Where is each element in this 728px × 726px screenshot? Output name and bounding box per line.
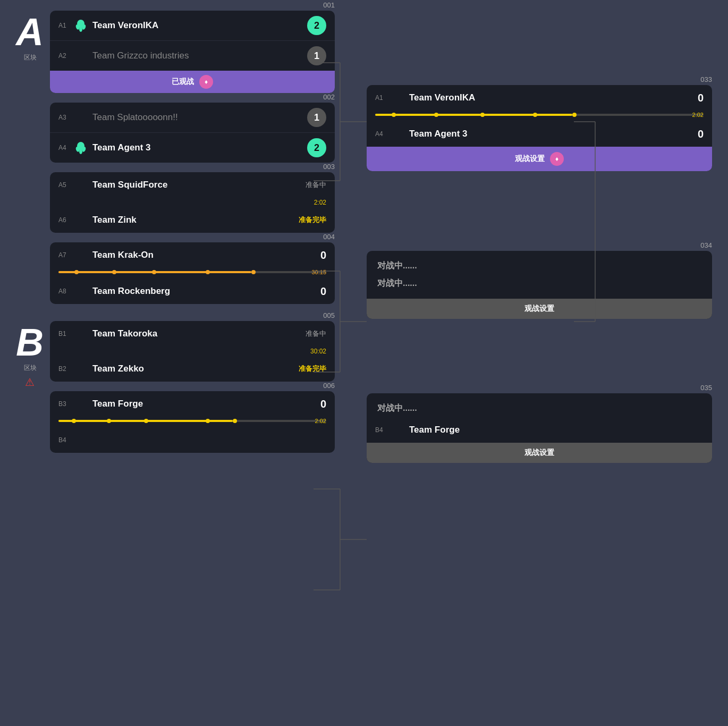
match-004-number: 004 [323, 233, 335, 241]
section-b-sublabel: 区块 [24, 364, 37, 373]
match-033-a1-name: Team VeronIKA [409, 92, 693, 103]
match-001: 001 A1 T [50, 11, 335, 93]
team-a3-id: A3 [58, 114, 73, 121]
team-a8-name: Team Rockenberg [92, 286, 316, 297]
match-034: 034 对战中...... 对战中...... 观战设置 [367, 251, 712, 319]
match-033-a4-score: 0 [693, 128, 704, 140]
team-b2-id: B2 [58, 365, 73, 373]
team-a1-score: 2 [307, 16, 326, 35]
match-033-progress: 2:02 [367, 111, 712, 121]
match-033-watcher-avatar: ♦ [550, 152, 564, 166]
team-row-a6: A6 Team Zink 准备完毕 [50, 207, 335, 233]
match-001-watched-bar[interactable]: 已观战 ♦ [50, 71, 335, 93]
team-a2-name: Team Grizzco industries [92, 50, 307, 61]
team-row-a4: A4 Team Agent 3 2 [50, 132, 335, 163]
team-a6-status: 准备完毕 [299, 215, 326, 225]
match-004-card: A7 Team Krak-On 0 [50, 242, 335, 304]
team-a3-score: 1 [307, 108, 326, 127]
team-b3-score: 0 [316, 398, 326, 410]
team-row-b1: B1 Team Takoroka 准备中 [50, 321, 335, 347]
match-006-card: B3 Team Forge 0 [50, 391, 335, 453]
match-035-b4-name: Team Forge [409, 425, 704, 435]
match-035-b4-icon [390, 423, 405, 437]
team-a6-id: A6 [58, 216, 73, 224]
team-a6-name: Team Zink [92, 215, 299, 225]
team-a7-name: Team Krak-On [92, 250, 316, 260]
match-033-a1-icon [390, 90, 405, 105]
match-004-progress: 30:15 [50, 268, 335, 278]
team-a7-score: 0 [316, 249, 326, 261]
team-row-035-b4: B4 Team Forge [367, 417, 712, 443]
match-033-a1-id: A1 [375, 94, 390, 102]
team-b2-icon [73, 361, 88, 376]
match-035: 035 对战中...... B4 Team Forge 观战设置 [367, 393, 712, 463]
team-row-b3: B3 Team Forge 0 [50, 391, 335, 417]
match-035-number: 035 [700, 384, 712, 392]
team-row-a2: A2 Team Grizzco industries 1 [50, 40, 335, 71]
team-row-033-a1: A1 Team VeronIKA 0 [367, 85, 712, 111]
team-a2-score: 1 [307, 46, 326, 65]
team-row-a3: A3 Team Splatooooonn!! 1 [50, 103, 335, 132]
team-a5-status: 准备中 [306, 180, 326, 190]
section-a: A 区块 001 A1 [16, 11, 335, 314]
match-033-a4-icon [390, 126, 405, 141]
team-a4-id: A4 [58, 144, 73, 151]
match-033-number: 033 [700, 75, 712, 83]
team-a1-icon [73, 18, 88, 33]
team-a1-name: Team VeronIKA [92, 20, 307, 31]
match-035-watch-btn[interactable]: 观战设置 [367, 443, 712, 463]
team-a5-id: A5 [58, 181, 73, 189]
match-034-watch-btn[interactable]: 观战设置 [367, 299, 712, 319]
team-a8-icon [73, 284, 88, 299]
team-b3-icon [73, 396, 88, 411]
team-b3-id: B3 [58, 400, 73, 408]
team-row-a5: A5 Team SquidForce 准备中 [50, 172, 335, 198]
team-a2-icon [73, 48, 88, 63]
match-002-number: 002 [323, 93, 335, 101]
team-b1-icon [73, 326, 88, 341]
team-b2-status: 准备完毕 [299, 364, 326, 374]
team-a3-icon [73, 110, 88, 125]
svg-point-3 [79, 27, 82, 32]
match-006-number: 006 [323, 382, 335, 390]
match-034-watch-label: 观战设置 [524, 304, 554, 314]
match-004: 004 A7 Team Krak-On 0 [50, 242, 335, 304]
team-row-033-a4: A4 Team Agent 3 0 [367, 121, 712, 147]
match-033: 033 ◀ A1 Team VeronIKA 0 [367, 85, 712, 171]
warning-icon: ⚠ [25, 376, 35, 389]
team-a5-icon [73, 178, 88, 192]
team-a4-name: Team Agent 3 [92, 142, 307, 153]
team-row-b2: B2 Team Zekko 准备完毕 [50, 356, 335, 382]
team-b2-name: Team Zekko [92, 364, 299, 374]
watcher-avatar: ♦ [199, 75, 213, 89]
match-003-number: 003 [323, 163, 335, 171]
match-033-watch-label: 观战设置 [515, 154, 545, 164]
section-b-label: B [16, 323, 44, 361]
match-033-watch-btn[interactable]: 观战设置 ♦ [367, 147, 712, 171]
team-a3-name: Team Splatooooonn!! [92, 112, 307, 123]
match-034-number: 034 [700, 241, 712, 249]
team-a2-id: A2 [58, 52, 73, 60]
team-row-b4-left: B4 [50, 427, 335, 453]
team-row-a7: A7 Team Krak-On 0 [50, 242, 335, 268]
match-006-progress: 2:02 [50, 417, 335, 427]
match-005-number: 005 [323, 311, 335, 319]
match-035-watch-label: 观战设置 [524, 448, 554, 458]
match-034-fighting-1: 对战中...... [367, 251, 712, 275]
svg-point-7 [79, 149, 82, 154]
team-b1-id: B1 [58, 330, 73, 337]
team-a5-name: Team SquidForce [92, 180, 306, 190]
team-b1-name: Team Takoroka [92, 328, 306, 339]
match-035-b4-id: B4 [375, 426, 390, 434]
match-001-number: 001 [323, 1, 335, 9]
team-b4-id: B4 [58, 436, 73, 444]
watched-label: 已观战 [172, 77, 194, 87]
team-a4-score: 2 [307, 138, 326, 157]
team-a1-id: A1 [58, 22, 73, 29]
match-001-card: A1 Team VeronIKA 2 [50, 11, 335, 93]
match-005: 005 B1 Team Takoroka 准备中 30:02 B2 Team [50, 321, 335, 382]
team-b4-icon [73, 433, 88, 448]
team-a6-icon [73, 213, 88, 227]
team-b3-name: Team Forge [92, 399, 316, 409]
match-003: 003 A5 Team SquidForce 准备中 2:02 A6 Tea [50, 172, 335, 233]
